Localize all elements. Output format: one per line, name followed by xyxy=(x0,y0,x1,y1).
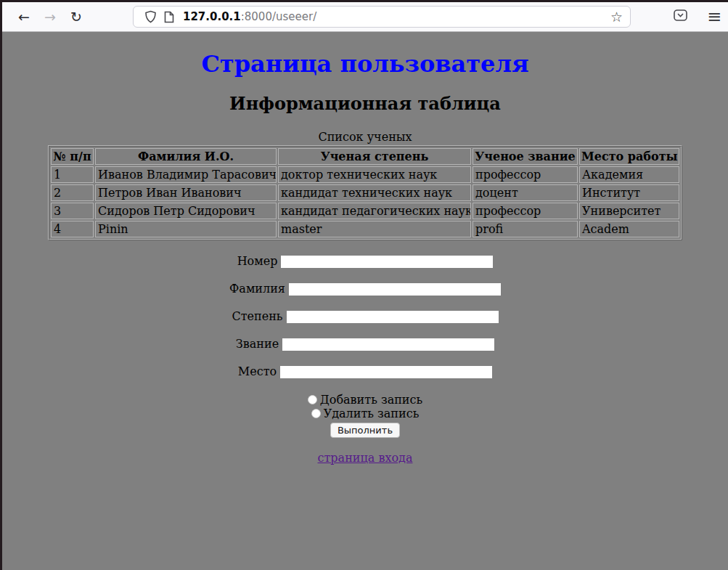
cell-name: Иванов Владимир Тарасович xyxy=(95,166,277,183)
degree-label: Степень xyxy=(232,309,282,323)
cell-workplace: Академия xyxy=(579,166,679,183)
bookmark-star-icon[interactable]: ☆ xyxy=(608,9,626,25)
rank-label: Звание xyxy=(236,337,279,351)
number-input[interactable] xyxy=(281,256,493,268)
page-info-icon[interactable] xyxy=(160,7,179,26)
url-bar[interactable]: 127.0.0.1:8000/useeer/ ☆ xyxy=(133,6,631,28)
execute-button[interactable]: Выполнить xyxy=(330,423,400,438)
login-page-link[interactable]: страница входа xyxy=(318,451,413,465)
cell-number: 2 xyxy=(51,184,94,201)
table-row: 2 Петров Иван Иванович кандидат техничес… xyxy=(51,184,679,201)
cell-degree: доктор технических наук xyxy=(278,166,471,183)
cell-number: 1 xyxy=(51,166,94,183)
table-row: 1 Иванов Владимир Тарасович доктор техни… xyxy=(51,166,679,183)
record-form: Номер Фамилия Степень Звание Место Добав… xyxy=(2,255,728,438)
table-row: 3 Сидоров Петр Сидорович кандидат педаго… xyxy=(51,203,679,219)
url-path: :8000/useeer/ xyxy=(241,10,317,23)
browser-window: ← → ↻ 127.0.0.1:8000/useeer/ ☆ xyxy=(0,0,728,570)
page-title: Страница пользователя xyxy=(2,50,728,78)
url-text: 127.0.0.1:8000/useeer/ xyxy=(183,10,608,23)
cell-rank: профессор xyxy=(473,203,578,219)
cell-rank: profi xyxy=(473,221,578,237)
reload-button[interactable]: ↻ xyxy=(65,5,88,28)
col-header-degree: Ученая степень xyxy=(278,148,471,165)
url-host: 127.0.0.1 xyxy=(183,10,241,23)
col-header-rank: Ученое звание xyxy=(473,148,578,165)
add-record-label: Добавить запись xyxy=(320,393,422,407)
cell-rank: доцент xyxy=(473,184,578,201)
cell-number: 4 xyxy=(51,221,94,237)
delete-record-radio[interactable] xyxy=(311,409,321,418)
cell-name: Сидоров Петр Сидорович xyxy=(95,203,277,219)
cell-degree: кандидат технических наук xyxy=(278,184,471,201)
cell-number: 3 xyxy=(51,203,94,219)
workplace-input[interactable] xyxy=(280,366,492,378)
cell-degree: master xyxy=(278,221,471,237)
degree-input[interactable] xyxy=(287,311,499,323)
workplace-label: Место xyxy=(238,365,277,378)
table-row: 4 Pinin master profi Academ xyxy=(51,221,679,237)
shield-icon[interactable] xyxy=(141,7,160,26)
cell-workplace: Институт xyxy=(579,184,679,201)
section-title: Информационная таблица xyxy=(2,93,728,114)
browser-toolbar: ← → ↻ 127.0.0.1:8000/useeer/ ☆ xyxy=(2,2,728,32)
delete-record-label: Удалить запись xyxy=(324,407,420,420)
table-header-row: № п/п Фамилия И.О. Ученая степень Ученое… xyxy=(51,148,679,165)
cell-rank: профессор xyxy=(473,166,578,183)
forward-button[interactable]: → xyxy=(38,5,62,28)
rank-input[interactable] xyxy=(282,338,494,351)
number-label: Номер xyxy=(237,254,278,268)
surname-label: Фамилия xyxy=(229,282,285,296)
menu-icon[interactable]: ≡ xyxy=(707,8,721,25)
surname-input[interactable] xyxy=(289,283,501,296)
page-content: Страница пользователя Информационная таб… xyxy=(2,50,728,465)
back-button[interactable]: ← xyxy=(12,5,36,28)
cell-workplace: Academ xyxy=(579,221,679,237)
cell-workplace: Университет xyxy=(579,203,679,219)
add-record-radio[interactable] xyxy=(308,395,317,404)
pocket-icon[interactable] xyxy=(673,8,688,25)
cell-degree: кандидат педагогических наук xyxy=(278,203,471,219)
scientists-table: Список ученых № п/п Фамилия И.О. Ученая … xyxy=(48,130,682,240)
table-caption: Список ученых xyxy=(48,130,682,144)
col-header-name: Фамилия И.О. xyxy=(95,148,277,165)
cell-name: Петров Иван Иванович xyxy=(95,184,277,201)
col-header-number: № п/п xyxy=(51,148,94,165)
cell-name: Pinin xyxy=(95,221,277,237)
col-header-workplace: Место работы xyxy=(579,148,679,165)
